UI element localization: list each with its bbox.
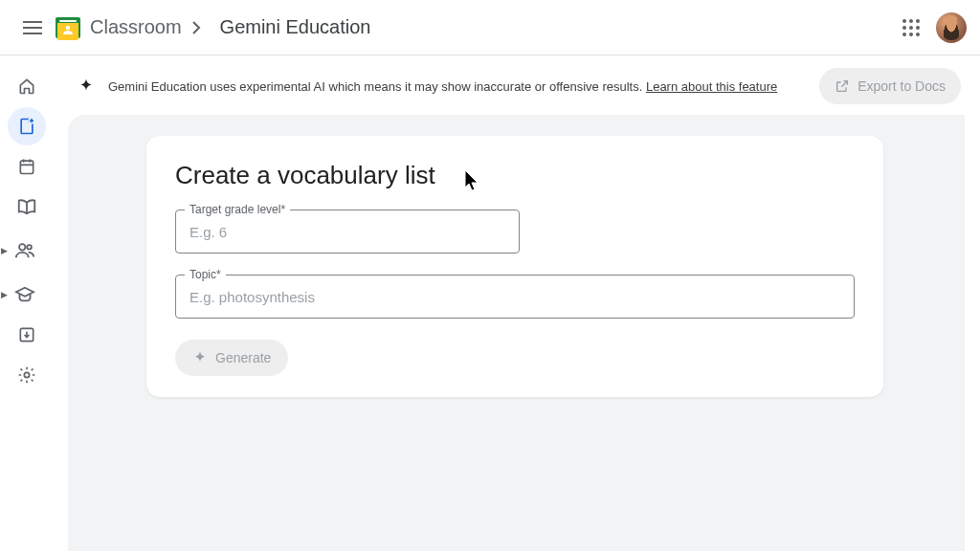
svg-point-3 — [916, 19, 920, 23]
account-avatar[interactable] — [936, 12, 967, 43]
svg-point-6 — [916, 26, 920, 30]
svg-point-15 — [24, 372, 29, 377]
sparkle-icon — [78, 77, 95, 95]
sidebar-item-doc-add[interactable] — [8, 107, 46, 145]
grade-level-field: Target grade level* — [175, 209, 855, 253]
svg-point-2 — [909, 19, 913, 23]
sparkle-icon — [192, 350, 208, 365]
doc-add-icon — [17, 117, 36, 136]
graduation-cap-icon — [14, 285, 35, 304]
svg-point-12 — [19, 244, 25, 250]
classroom-logo[interactable] — [56, 17, 80, 38]
grade-level-label: Target grade level* — [185, 203, 290, 216]
svg-point-7 — [902, 33, 906, 36]
sidebar-item-settings[interactable] — [8, 356, 46, 394]
content-area: Create a vocabulary list Target grade le… — [68, 115, 965, 551]
open-external-icon — [835, 78, 850, 94]
svg-point-13 — [27, 245, 32, 250]
breadcrumb-app[interactable]: Classroom — [90, 16, 182, 38]
breadcrumb-current[interactable]: Gemini Education — [220, 16, 371, 38]
learn-more-link[interactable]: Learn about this feature — [646, 79, 777, 94]
generate-button: Generate — [175, 340, 288, 376]
sidebar-item-school[interactable]: ▶ — [9, 276, 44, 314]
export-to-docs-button: Export to Docs — [819, 68, 961, 104]
card-title: Create a vocabulary list — [175, 161, 855, 190]
svg-point-8 — [909, 33, 913, 36]
create-vocab-card: Create a vocabulary list Target grade le… — [146, 136, 883, 397]
sidebar-item-home[interactable] — [8, 67, 46, 105]
people-icon — [14, 241, 35, 260]
book-open-icon — [16, 197, 37, 216]
svg-point-1 — [902, 19, 906, 23]
side-rail: ▶ ▶ — [0, 55, 53, 551]
sidebar-item-archive[interactable] — [8, 316, 46, 354]
notice-bar: Gemini Education uses experimental AI wh… — [53, 55, 980, 107]
home-icon — [17, 77, 36, 96]
svg-point-0 — [66, 25, 70, 29]
sidebar-item-people[interactable]: ▶ — [9, 231, 44, 270]
svg-rect-11 — [20, 161, 33, 173]
generate-label: Generate — [215, 350, 271, 365]
archive-download-icon — [17, 325, 36, 344]
calendar-icon — [17, 157, 36, 176]
topic-label: Topic* — [185, 268, 226, 281]
gear-icon — [17, 365, 36, 385]
apps-grid-icon — [902, 19, 920, 36]
main-menu-button[interactable] — [13, 9, 52, 47]
topic-field: Topic* — [175, 275, 855, 319]
hamburger-icon — [23, 21, 42, 34]
svg-point-4 — [902, 26, 906, 30]
sidebar-item-reader[interactable] — [8, 187, 46, 226]
google-apps-button[interactable] — [892, 9, 930, 47]
chevron-right-icon — [191, 20, 201, 35]
svg-point-5 — [909, 26, 913, 30]
sidebar-item-calendar[interactable] — [8, 147, 46, 186]
main-content: Gemini Education uses experimental AI wh… — [53, 55, 980, 551]
topic-input[interactable] — [175, 275, 855, 319]
svg-point-9 — [916, 33, 920, 36]
top-bar: Classroom Gemini Education — [0, 0, 980, 55]
classroom-logo-icon — [61, 25, 75, 34]
notice-text: Gemini Education uses experimental AI wh… — [108, 79, 777, 94]
export-label: Export to Docs — [858, 78, 946, 94]
